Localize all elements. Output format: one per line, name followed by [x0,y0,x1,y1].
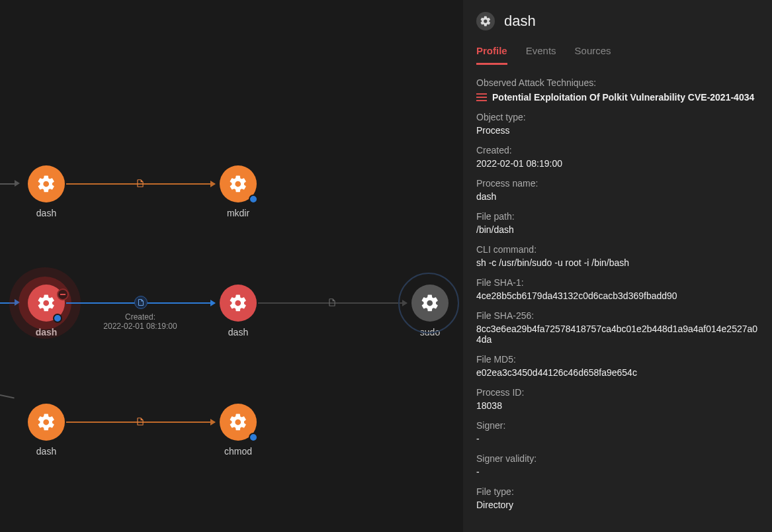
node-label: dash [26,446,66,457]
gear-icon [228,293,248,313]
signval-label: Signer validity: [476,453,759,464]
created-value: 2022-02-01 08:19:00 [476,158,759,169]
edge-caption: Created: 2022-02-01 08:19:00 [87,312,193,331]
node-dash-mid[interactable]: dash [218,285,258,337]
observed-value: Potential Exploitation Of Polkit Vulnera… [492,92,754,103]
signval-value: - [476,466,759,477]
node-label: dash [218,327,258,337]
gear-icon [420,293,440,313]
signer-label: Signer: [476,420,759,431]
node-dash-selected[interactable]: dash [26,285,66,337]
procname-value: dash [476,191,759,202]
procname-label: Process name: [476,178,759,189]
edge-caption-value: 2022-02-01 08:19:00 [87,322,193,331]
pid-value: 18038 [476,400,759,411]
node-dash-bottom[interactable]: dash [26,404,66,457]
observed-value-row[interactable]: Potential Exploitation Of Polkit Vulnera… [476,92,759,103]
gear-icon [476,12,495,30]
cli-label: CLI command: [476,244,759,255]
edge-stub [0,394,15,399]
sha1-label: File SHA-1: [476,277,759,288]
node-label: dash [26,327,66,337]
file-icon [326,296,338,308]
sha256-label: File SHA-256: [476,310,759,321]
threat-list-icon [476,93,487,101]
filepath-label: File path: [476,211,759,222]
sha1-value: 4ce28b5cb6179da43132c0d6cacb3d369fbadd90 [476,290,759,301]
node-label: dash [26,208,66,218]
panel-tabs: Profile Events Sources [476,45,759,66]
created-label: Created: [476,145,759,155]
node-mkdir[interactable]: mkdir [218,165,258,218]
node-label: chmod [218,446,258,457]
threat-badge-icon [57,288,69,300]
tab-profile[interactable]: Profile [476,45,507,65]
arrow-icon [15,299,20,306]
md5-value: e02ea3c3450d44126c46d658fa9e654c [476,367,759,378]
cli-value: sh -c /usr/bin/sudo -u root -i /bin/bash [476,257,759,268]
node-sudo[interactable]: sudo [410,285,450,337]
filepath-value: /bin/dash [476,224,759,235]
objtype-label: Object type: [476,112,759,122]
gear-icon [36,412,56,432]
signer-value: - [476,433,759,444]
gear-icon [36,293,56,313]
objtype-value: Process [476,125,759,136]
gear-icon [228,412,248,432]
node-label: mkdir [218,208,258,218]
edge-caption-label: Created: [87,312,193,322]
observed-label: Observed Attack Techniques: [476,77,759,88]
ftype-value: Directory [476,500,759,510]
arrow-icon [15,180,20,187]
gear-icon [36,174,56,194]
tab-sources[interactable]: Sources [575,45,611,65]
panel-header: dash [476,12,759,30]
graph-canvas[interactable]: dash mkdir dash Create [0,0,463,532]
file-icon [134,416,146,427]
sha256-value: 8cc3e6ea29b4fa72578418757ca4bc01e2b448d1… [476,324,759,345]
edge-stub [0,302,15,304]
edge-stub [0,183,15,185]
file-icon [134,296,148,309]
tab-events[interactable]: Events [526,45,556,65]
details-panel: dash Profile Events Sources Observed Att… [463,0,772,532]
pid-label: Process ID: [476,387,759,398]
node-chmod[interactable]: chmod [218,404,258,457]
status-dot-icon [249,195,258,204]
ftype-label: File type: [476,486,759,497]
status-dot-icon [53,314,62,323]
node-dash-top[interactable]: dash [26,165,66,218]
status-dot-icon [249,433,258,442]
gear-icon [228,174,248,194]
file-icon [134,177,146,189]
md5-label: File MD5: [476,354,759,365]
panel-title: dash [504,13,536,30]
